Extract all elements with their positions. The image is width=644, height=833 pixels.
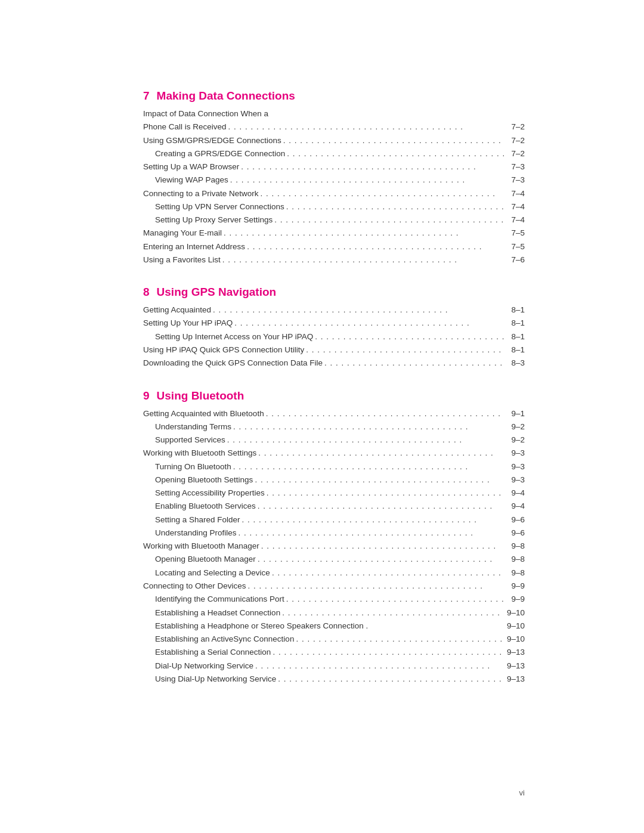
toc-page-number: 9–4 (504, 500, 525, 513)
toc-page-number: 9–9 (504, 593, 525, 606)
toc-entry: Setting Up Your HP iPAQ . . . . . . . . … (143, 317, 525, 330)
toc-label: Working with Bluetooth Settings . . . . … (143, 447, 504, 460)
toc-page-number: 7–6 (504, 253, 525, 267)
toc-entry: Opening Bluetooth Manager . . . . . . . … (143, 553, 525, 566)
toc-label: Opening Bluetooth Manager . . . . . . . … (155, 553, 504, 566)
toc-dots: . . . . . . . . . . . . . . . . . . . . … (240, 513, 504, 527)
toc-label: Using HP iPAQ Quick GPS Connection Utili… (143, 343, 504, 357)
toc-entry: Managing Your E-mail . . . . . . . . . .… (143, 227, 525, 240)
toc-text: Establishing an ActiveSync Connection (155, 633, 294, 646)
toc-dots: . . . . . . . . . . . . . . . . . . . . … (256, 553, 504, 566)
toc-entry: Using Dial-Up Networking Service . . . .… (143, 673, 525, 686)
toc-entry: Working with Bluetooth Settings . . . . … (143, 447, 525, 460)
toc-page-number: 8–1 (504, 317, 525, 330)
toc-text: Getting Acquainted with Bluetooth (143, 407, 264, 420)
toc-entry: Using HP iPAQ Quick GPS Connection Utili… (143, 343, 525, 357)
toc-text: Getting Acquainted (143, 304, 211, 317)
toc-entry: Downloading the Quick GPS Connection Dat… (143, 357, 525, 370)
toc-text: Understanding Profiles (155, 527, 237, 540)
toc-entry: Understanding Profiles . . . . . . . . .… (143, 527, 525, 540)
toc-label: Managing Your E-mail . . . . . . . . . .… (143, 227, 504, 240)
toc-page-number: 9–3 (504, 460, 525, 473)
toc-dots: . . . . . . . . . . . . . . . . . . . . … (237, 527, 504, 540)
toc-entry: Connecting to a Private Network . . . . … (143, 187, 525, 200)
toc-page-number: 7–4 (504, 200, 525, 213)
toc-page-number: 9–3 (504, 473, 525, 487)
toc-dots: . . . . . . . . . . . . . . . . . . . . … (246, 580, 504, 593)
toc-page-number: 9–8 (504, 566, 525, 580)
section-8: 8Using GPS NavigationGetting Acquainted … (143, 286, 525, 370)
toc-page-number: 7–2 (504, 120, 525, 134)
section-7-intro: Impact of Data Connection When a (143, 107, 525, 120)
toc-dots: . . . . . . . . . . . . . . . . . . . . … (253, 473, 504, 487)
toc-label: Getting Acquainted with Bluetooth . . . … (143, 407, 504, 420)
toc-page-number: 7–3 (504, 160, 525, 174)
toc-label: Setting Up Internet Access on Your HP iP… (155, 330, 504, 343)
toc-label: Creating a GPRS/EDGE Connection . . . . … (155, 147, 504, 160)
toc-label: Opening Bluetooth Settings . . . . . . .… (155, 473, 504, 487)
toc-page-number: 8–1 (504, 304, 525, 317)
toc-page-number: 9–13 (504, 646, 525, 659)
toc-label: Setting Accessibility Properties . . . .… (155, 487, 504, 500)
toc-text: Setting a Shared Folder (155, 513, 240, 527)
toc-entry: Getting Acquainted . . . . . . . . . . .… (143, 304, 525, 317)
section-8-title: Using GPS Navigation (157, 286, 277, 299)
toc-dots: . . . . . . . . . . . . . . . . . . . . … (285, 147, 504, 160)
toc-label: Setting Up Your HP iPAQ . . . . . . . . … (143, 317, 504, 330)
toc-text: Understanding Terms (155, 420, 231, 433)
toc-dots: . . . . . . . . . . . . . . . . . . . . … (256, 500, 504, 513)
toc-label: Supported Services . . . . . . . . . . .… (155, 433, 504, 447)
toc-page-number: 7–2 (504, 147, 525, 160)
toc-dots: . . . . . . . . . . . . . . . . . . . . … (264, 407, 504, 420)
toc-label: Understanding Terms . . . . . . . . . . … (155, 420, 504, 433)
toc-text: Establishing a Headset Connection (155, 606, 280, 620)
toc-label: Entering an Internet Address . . . . . .… (143, 240, 504, 253)
toc-dots: . . . . . . . . . . . . . . . . . . . . … (276, 673, 504, 686)
toc-entry: Creating a GPRS/EDGE Connection . . . . … (143, 147, 525, 160)
toc-dots: . . . . . . . . . . . . . . . . . . . . … (280, 606, 504, 620)
toc-label: Using GSM/GPRS/EDGE Connections . . . . … (143, 134, 504, 147)
toc-label: Setting Up VPN Server Connections . . . … (155, 200, 504, 213)
toc-entry: Supported Services . . . . . . . . . . .… (143, 433, 525, 447)
toc-entry: Opening Bluetooth Settings . . . . . . .… (143, 473, 525, 487)
toc-text: Setting Up Your HP iPAQ (143, 317, 233, 330)
toc-label: Getting Acquainted . . . . . . . . . . .… (143, 304, 504, 317)
toc-text: Opening Bluetooth Manager (155, 553, 256, 566)
toc-page-number: 9–8 (504, 553, 525, 566)
toc-text: Connecting to Other Devices (143, 580, 246, 593)
toc-entry: Getting Acquainted with Bluetooth . . . … (143, 407, 525, 420)
toc-text: Using a Favorites List (143, 253, 221, 267)
toc-dots: . . . . . . . . . . . . . . . . . . . . … (270, 566, 504, 580)
section-7-heading: 7Making Data Connections (143, 89, 525, 103)
toc-text: Setting Up VPN Server Connections (155, 200, 284, 213)
toc-label: Setting a Shared Folder . . . . . . . . … (155, 513, 504, 527)
toc-page-number: 9–3 (504, 447, 525, 460)
toc-label: Using a Favorites List . . . . . . . . .… (143, 253, 504, 267)
toc-text: Setting Accessibility Properties (155, 487, 265, 500)
toc-page-number: 9–13 (504, 659, 525, 673)
toc-page-number: 8–1 (504, 330, 525, 343)
toc-dots: . . . . . . . . . . . . . . . . . . . . … (271, 646, 504, 659)
section-9: 9Using BluetoothGetting Acquainted with … (143, 389, 525, 686)
toc-dots: . . . . . . . . . . . . . . . . . . . . … (253, 659, 504, 673)
toc-dots: . . . . . . . . . . . . . . . . . . . . … (211, 304, 504, 317)
toc-label: Establishing a Headphone or Stereo Speak… (155, 620, 504, 633)
toc-label: Connecting to a Private Network . . . . … (143, 187, 504, 200)
toc-entry: Working with Bluetooth Manager . . . . .… (143, 540, 525, 553)
toc-entry: Dial-Up Networking Service . . . . . . .… (143, 659, 525, 673)
toc-dots: . . . . . . . . . . . . . . . . . . . . … (245, 240, 504, 253)
toc-entry: Establishing a Headset Connection . . . … (143, 606, 525, 620)
toc-page-number: 9–13 (504, 673, 525, 686)
toc-page-number: 8–3 (504, 357, 525, 370)
toc-entry: Setting Up a WAP Browser . . . . . . . .… (143, 160, 525, 174)
toc-text: Identifying the Communications Port (155, 593, 284, 606)
toc-entry: Identifying the Communications Port . . … (143, 593, 525, 606)
toc-page-number: 9–2 (504, 420, 525, 433)
toc-page-number: 7–2 (504, 134, 525, 147)
toc-dots: . . . . . . . . . . . . . . . . . . . . … (284, 593, 504, 606)
toc-text: Locating and Selecting a Device (155, 566, 270, 580)
toc-entry: Setting a Shared Folder . . . . . . . . … (143, 513, 525, 527)
toc-dots: . . . . . . . . . . . . . . . . . . . . … (228, 174, 504, 187)
toc-text: Using HP iPAQ Quick GPS Connection Utili… (143, 343, 304, 357)
toc-entry: Setting Accessibility Properties . . . .… (143, 487, 525, 500)
